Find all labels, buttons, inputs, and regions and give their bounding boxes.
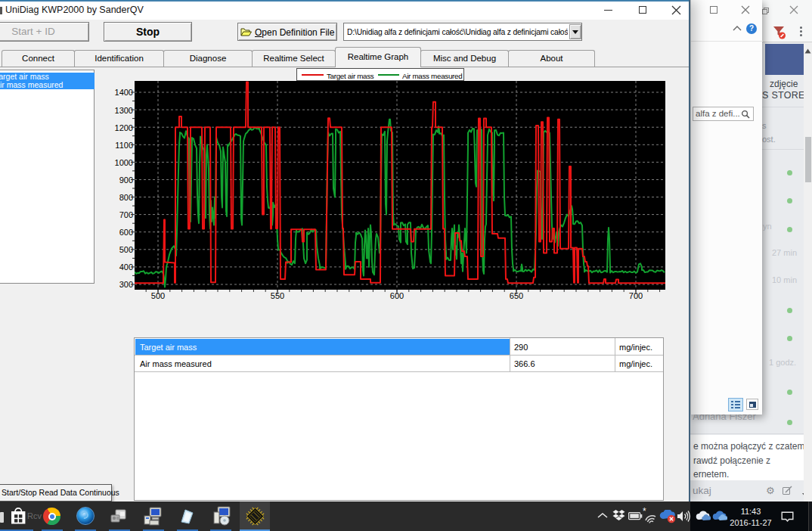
svg-text:*: * [643, 507, 646, 517]
